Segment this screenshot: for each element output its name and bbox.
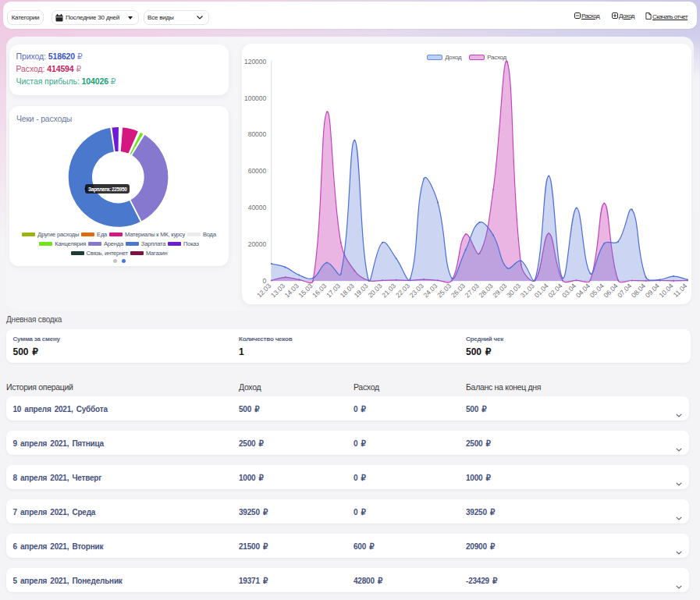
svg-text:14.03: 14.03 bbox=[283, 282, 300, 299]
svg-text:21.03: 21.03 bbox=[380, 282, 397, 299]
svg-text:22.03: 22.03 bbox=[394, 282, 411, 299]
svg-text:19.03: 19.03 bbox=[352, 282, 369, 299]
svg-text:60000: 60000 bbox=[248, 167, 267, 175]
svg-text:29.03: 29.03 bbox=[491, 282, 508, 299]
svg-text:10.04: 10.04 bbox=[657, 282, 674, 299]
svg-text:25.03: 25.03 bbox=[435, 282, 453, 299]
svg-text:27.03: 27.03 bbox=[464, 282, 481, 299]
svg-text:80000: 80000 bbox=[248, 130, 267, 138]
svg-text:09.04: 09.04 bbox=[644, 282, 661, 299]
svg-text:20.03: 20.03 bbox=[366, 282, 383, 299]
svg-text:26.03: 26.03 bbox=[449, 282, 467, 299]
svg-text:06.04: 06.04 bbox=[602, 282, 619, 299]
svg-text:24.03: 24.03 bbox=[421, 282, 439, 299]
svg-text:07.04: 07.04 bbox=[616, 282, 633, 299]
svg-text:03.04: 03.04 bbox=[560, 282, 577, 299]
svg-text:30.03: 30.03 bbox=[505, 282, 522, 299]
svg-text:12.03: 12.03 bbox=[255, 282, 272, 299]
svg-text:11.04: 11.04 bbox=[672, 282, 689, 299]
svg-text:15.03: 15.03 bbox=[297, 282, 314, 299]
svg-text:23.03: 23.03 bbox=[408, 282, 425, 299]
svg-text:01.04: 01.04 bbox=[532, 282, 549, 299]
svg-text:16.03: 16.03 bbox=[311, 282, 328, 299]
svg-text:17.03: 17.03 bbox=[325, 282, 342, 299]
svg-text:04.04: 04.04 bbox=[574, 282, 592, 299]
svg-text:05.04: 05.04 bbox=[588, 282, 606, 299]
svg-text:100000: 100000 bbox=[244, 94, 267, 102]
svg-text:08.04: 08.04 bbox=[630, 282, 647, 299]
svg-text:18.03: 18.03 bbox=[339, 282, 356, 299]
svg-text:31.03: 31.03 bbox=[519, 282, 536, 299]
svg-text:28.03: 28.03 bbox=[477, 282, 494, 299]
svg-text:13.03: 13.03 bbox=[269, 282, 286, 299]
svg-text:20000: 20000 bbox=[248, 240, 267, 248]
svg-text:40000: 40000 bbox=[248, 204, 267, 211]
svg-text:02.04: 02.04 bbox=[546, 282, 563, 299]
